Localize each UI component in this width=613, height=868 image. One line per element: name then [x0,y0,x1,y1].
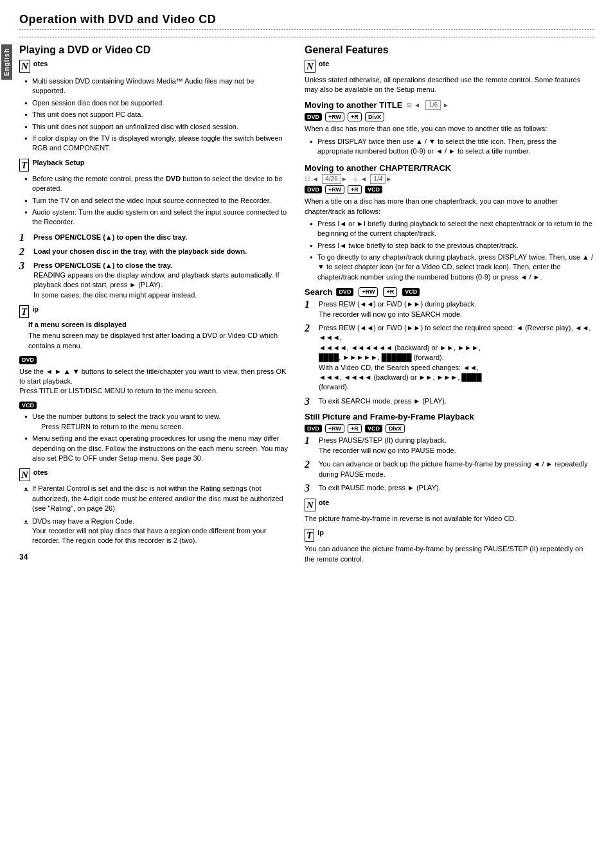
still-picture-heading: Still Picture and Frame-by-Frame Playbac… [305,412,474,421]
step-1: 1 Press OPEN/CLOSE (▲) to open the disc … [19,233,289,243]
step-normal-text: READING appears on the display window, a… [33,271,280,299]
search-heading: Search [305,287,332,297]
tip-icon: T [19,159,29,172]
divx-badge: DivX [365,112,384,122]
divx-badge: DivX [386,424,405,434]
page-title: Operation with DVD and Video CD [19,13,594,30]
moving-chapter-text: When a title on a disc has more than one… [305,197,594,217]
step-content: You can advance or back up the picture f… [319,459,594,479]
bottom-notes-header: N otes [19,468,289,481]
list-item: Multi session DVD containing Windows Med… [24,76,289,96]
moving-title-heading: Moving to another TITLE [305,100,402,110]
chapter-counter1: 4/26 [322,174,341,184]
list-item: – If Parental Control is set and the dis… [24,484,289,513]
step-number: 2 [305,459,315,470]
search-step-1: 1 Press REW (◄◄) or FWD (►►) during play… [305,299,594,319]
search-step-3: 3 To exit SEARCH mode, press ► (PLAY). [305,396,594,407]
page-container: Operation with DVD and Video CD English … [19,13,594,567]
general-note-text: Unless stated otherwise, all operations … [305,75,594,95]
step-content: Press PAUSE/STEP (II) during playback.Th… [319,436,594,456]
vcd-badge: VCD [365,425,382,433]
list-item: Menu setting and the exact operating pro… [24,434,289,463]
step-number: 3 [305,396,315,407]
list-item: To go directly to any chapter/track duri… [310,252,594,282]
list-item: Press DISPLAY twice then use ▲ / ▼ to se… [310,137,594,157]
search-header: Search DVD +RW +R VCD [305,287,594,297]
moving-chapter-badges: DVD +RW +R VCD [305,185,594,195]
note-n-icon: N [19,60,30,73]
note-n-icon: N [305,499,315,511]
notes-box: N otes [19,60,289,73]
title-counter: 1/6 [425,100,441,110]
tip-icon: T [19,305,29,318]
chapter-counter2: 1/4 [370,174,386,184]
step-3: 3 Press OPEN/CLOSE (▲) to close the tray… [19,261,289,301]
vcd-badge: VCD [402,288,420,296]
left-section-title: Playing a DVD or Video CD [19,44,289,56]
moving-title-text: When a disc has more than one title, you… [305,124,594,134]
dvd-text: Use the ◄ ► ▲ ▼ buttons to select the ti… [19,367,289,396]
note-n-icon: N [19,468,30,481]
plusrw-badge: +RW [325,112,344,122]
tip-menu-text: The menu screen may be displayed first a… [19,331,289,351]
list-item: This unit does not support PC data. [24,110,289,120]
list-item: Open session disc does not be supported. [24,98,289,108]
left-column: English Playing a DVD or Video CD N otes… [19,44,289,567]
playback-setup-header: T Playback Setup [19,159,289,172]
step-number: 1 [305,299,315,310]
list-item: Use the number buttons to select the tra… [24,412,289,432]
step-number: 2 [305,323,315,333]
still-picture-badges: DVD +RW +R VCD DivX [305,424,594,434]
step-content: Press REW (◄◄) or FWD (►►) to select the… [319,323,594,393]
vcd-badge-row: VCD [19,402,289,410]
dvd-badge: DVD [336,288,353,296]
tip-menu-header: T ip [19,305,289,318]
plusr-badge: +R [383,287,397,297]
still-tip-header: T ip [305,529,594,542]
step-number: 3 [305,483,315,493]
list-item: Turn the TV on and select the video inpu… [24,196,289,206]
still-note-text: The picture frame-by-frame in reverse is… [305,514,594,524]
moving-chapter-heading: Moving to another CHAPTER/TRACK [305,163,594,173]
general-note-label: ote [319,60,330,67]
list-item: This unit does not support an unfinalize… [24,122,289,132]
right-section-title: General Features [305,44,594,56]
step-number: 2 [19,247,30,257]
title-controls: ⚖ ◄ 1/6 ► [406,102,449,109]
right-column: General Features N ote Unless stated oth… [305,44,594,567]
list-item: – DVDs may have a Region Code. Your reco… [24,517,289,546]
still-picture-header: Still Picture and Frame-by-Frame Playbac… [305,412,594,421]
notes-list: Multi session DVD containing Windows Med… [19,76,289,154]
bottom-notes-list: – If Parental Control is set and the dis… [19,484,289,545]
step-content: Press OPEN/CLOSE (▲) to open the disc tr… [33,233,289,242]
plusr-badge: +R [348,185,362,195]
plusr-badge: +R [348,112,362,122]
list-item: Audio system: Turn the audio system on a… [24,208,289,227]
list-item: Press I◄ or ►I briefly during playback t… [310,219,594,239]
still-note-label: ote [319,499,330,506]
tip-label: ip [32,305,39,313]
still-step-2: 2 You can advance or back up the picture… [305,459,594,479]
dvd-badge: DVD [305,186,322,194]
step-number: 1 [305,436,315,446]
step-content: To exit SEARCH mode, press ► (PLAY). [319,396,594,406]
chapter-controls-row: ☷ ◄ 4/26► ☼ ◄ 1/4► [305,175,594,182]
dvd-badge: DVD [305,113,322,121]
still-note-header: N ote [305,499,594,511]
plusrw-badge: +RW [325,185,344,195]
notes-title: otes [33,60,48,67]
still-tip-text: You can advance the picture frame-by-fra… [305,544,594,564]
general-note-header: N ote [305,60,594,73]
dvd-badge: DVD [19,356,37,364]
page-number: 34 [19,553,289,562]
tip-icon: T [305,529,314,542]
note-n-icon: N [305,60,315,73]
plusr-badge: +R [348,424,362,434]
step-content: Load your chosen disc in the tray, with … [33,247,289,256]
step-number: 3 [19,261,30,271]
tip-menu-heading: If a menu screen is displayed [19,321,289,328]
search-step-2: 2 Press REW (◄◄) or FWD (►►) to select t… [305,323,594,393]
step-content: To exit PAUSE mode, press ► (PLAY). [319,483,594,493]
plusrw-badge: +RW [359,287,378,297]
dvd-badge: DVD [305,425,322,433]
